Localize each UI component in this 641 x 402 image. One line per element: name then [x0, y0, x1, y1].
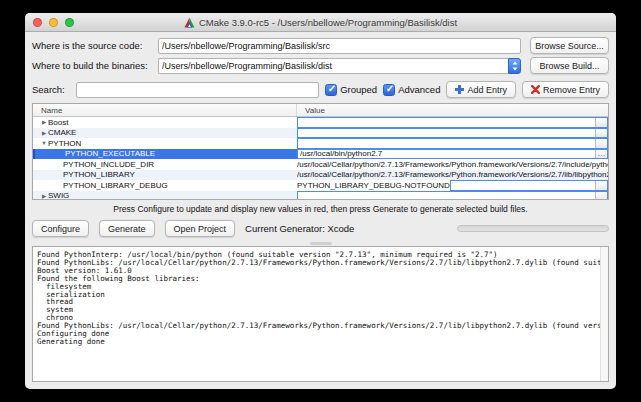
disclosure-triangle-icon[interactable]: ▼	[40, 140, 48, 146]
cache-entry-value[interactable]: …	[297, 149, 608, 160]
chevron-up-down-icon	[512, 61, 518, 71]
current-generator-label: Current Generator: Xcode	[245, 223, 354, 234]
hint-text: Press Configure to update and display ne…	[32, 204, 609, 216]
cache-entry-name: PYTHON_LIBRARY	[63, 170, 135, 179]
minimize-button[interactable]	[49, 18, 58, 27]
search-row: Search: Grouped Advanced Add Entry R	[32, 81, 609, 98]
source-label: Where is the source code:	[32, 40, 158, 51]
search-input[interactable]	[76, 82, 319, 98]
cache-entry-name: PYTHON_INCLUDE_DIR	[63, 160, 154, 169]
cache-entry-name: SWIG	[48, 191, 69, 200]
browse-value-button[interactable]	[595, 129, 607, 138]
value-editor-input[interactable]	[298, 150, 595, 159]
cache-entry-name: PYTHON	[48, 139, 81, 148]
build-path-combobox	[158, 58, 521, 74]
console-scrollbar[interactable]	[600, 247, 608, 381]
grouped-label: Grouped	[340, 84, 377, 95]
grouped-checkbox[interactable]	[325, 84, 337, 96]
browse-value-button[interactable]	[595, 139, 607, 148]
build-label: Where to build the binaries:	[32, 60, 158, 71]
table-row[interactable]: ▶ SWIG	[33, 191, 608, 201]
advanced-label: Advanced	[398, 84, 440, 95]
value-editor	[297, 128, 608, 139]
grouped-checkbox-group[interactable]: Grouped	[325, 84, 377, 96]
cache-entry-value[interactable]: PYTHON_LIBRARY_DEBUG-NOTFOUND	[297, 180, 608, 191]
cache-entry-value[interactable]	[297, 117, 608, 128]
value-editor	[450, 180, 608, 191]
browse-value-button[interactable]	[595, 181, 607, 190]
cache-entry-value[interactable]	[297, 128, 608, 139]
build-row: Where to build the binaries: Browse Buil…	[32, 57, 609, 74]
progress-bar	[457, 225, 609, 232]
add-entry-button[interactable]: Add Entry	[446, 81, 516, 98]
value-editor	[297, 138, 608, 149]
cache-entry-name: Boost	[48, 118, 68, 127]
advanced-checkbox[interactable]	[383, 84, 395, 96]
column-header-name[interactable]: Name	[33, 104, 297, 116]
cache-entry-value[interactable]: /usr/local/Cellar/python/2.7.13/Framewor…	[297, 170, 608, 181]
value-editor-input[interactable]	[451, 181, 595, 190]
cache-table-header: Name Value	[33, 104, 608, 117]
action-row: Configure Generate Open Project Current …	[32, 219, 609, 238]
value-editor-input[interactable]	[298, 192, 595, 201]
table-row[interactable]: PYTHON_INCLUDE_DIR /usr/local/Cellar/pyt…	[33, 159, 608, 170]
console-text: Found PythonInterp: /usr/local/bin/pytho…	[33, 247, 608, 346]
cache-entry-value[interactable]: /usr/local/Cellar/python/2.7.13/Framewor…	[297, 159, 608, 170]
generate-button[interactable]: Generate	[99, 220, 155, 237]
source-row: Where is the source code: Browse Source.…	[32, 37, 609, 54]
zoom-button[interactable]	[65, 18, 74, 27]
main-content: Where is the source code: Browse Source.…	[25, 32, 616, 389]
plus-icon	[455, 85, 464, 94]
browse-value-button[interactable]: …	[595, 150, 607, 159]
value-editor: …	[297, 149, 608, 160]
browse-build-button[interactable]: Browse Build...	[530, 57, 609, 74]
disclosure-triangle-icon[interactable]: ▶	[40, 193, 48, 199]
column-header-value[interactable]: Value	[297, 104, 608, 116]
browse-value-button[interactable]	[595, 192, 607, 201]
value-editor-input[interactable]	[298, 129, 595, 138]
output-console[interactable]: Found PythonInterp: /usr/local/bin/pytho…	[32, 246, 609, 382]
window-title: CMake 3.9.0-rc5 - /Users/nbellowe/Progra…	[199, 17, 457, 28]
cache-entry-value[interactable]	[297, 191, 608, 201]
source-path-input[interactable]	[158, 38, 521, 54]
search-label: Search:	[32, 84, 70, 95]
cache-entry-name: PYTHON_EXECUTABLE	[65, 149, 155, 158]
cache-table: Name Value ▶ Boost ▶ CMAKE	[32, 103, 609, 200]
traffic-lights	[33, 13, 74, 31]
open-project-button[interactable]: Open Project	[165, 220, 236, 237]
table-row[interactable]: PYTHON_EXECUTABLE …	[33, 149, 608, 160]
advanced-checkbox-group[interactable]: Advanced	[383, 84, 440, 96]
table-row[interactable]: ▶ CMAKE	[33, 128, 608, 139]
cmake-window: CMake 3.9.0-rc5 - /Users/nbellowe/Progra…	[25, 13, 616, 389]
value-editor-input[interactable]	[298, 118, 595, 127]
value-editor	[297, 117, 608, 128]
titlebar[interactable]: CMake 3.9.0-rc5 - /Users/nbellowe/Progra…	[25, 13, 616, 32]
x-icon	[531, 85, 540, 94]
table-row[interactable]: ▶ Boost	[33, 117, 608, 128]
table-row[interactable]: PYTHON_LIBRARY_DEBUG PYTHON_LIBRARY_DEBU…	[33, 180, 608, 191]
browse-source-button[interactable]: Browse Source...	[530, 37, 609, 54]
cache-entry-name: CMAKE	[48, 128, 76, 137]
close-button[interactable]	[33, 18, 42, 27]
value-editor	[297, 191, 608, 201]
build-path-input[interactable]	[158, 58, 508, 74]
table-row[interactable]: PYTHON_LIBRARY /usr/local/Cellar/python/…	[33, 170, 608, 181]
table-row[interactable]: ▼ PYTHON	[33, 138, 608, 149]
cache-table-body: ▶ Boost ▶ CMAKE ▼ PYTHON	[33, 117, 608, 200]
splitter-handle-icon	[310, 242, 332, 245]
cache-entry-name: PYTHON_LIBRARY_DEBUG	[63, 181, 168, 190]
value-editor-input[interactable]	[298, 139, 595, 148]
disclosure-triangle-icon[interactable]: ▶	[40, 130, 48, 136]
cache-entry-value[interactable]	[297, 138, 608, 149]
build-path-dropdown-button[interactable]	[508, 58, 521, 74]
cmake-logo-icon	[184, 17, 195, 28]
configure-button[interactable]: Configure	[32, 220, 89, 237]
browse-value-button[interactable]	[595, 118, 607, 127]
disclosure-triangle-icon[interactable]: ▶	[40, 119, 48, 125]
remove-entry-button[interactable]: Remove Entry	[522, 81, 609, 98]
